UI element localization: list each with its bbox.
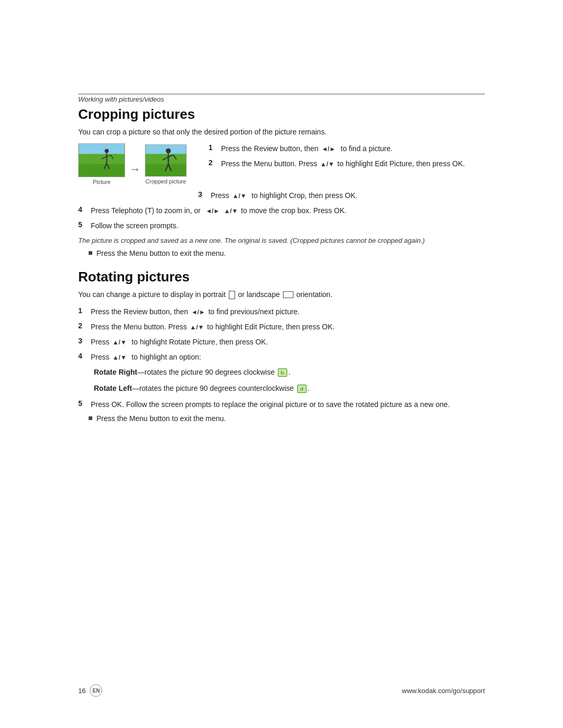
crop-step-5: 5 Follow the screen prompts. xyxy=(78,220,485,231)
rotate-step-num-4: 4 xyxy=(78,352,89,360)
en-badge: EN xyxy=(90,684,102,697)
rotate-intro-text2: or landscape xyxy=(238,290,280,299)
rotate-bullet-icon xyxy=(89,416,92,420)
crop-step-3: 3 Press ▲/▼ to highlight Crop, then pres… xyxy=(198,190,485,201)
nav-icon-ud: ▲/▼ xyxy=(224,206,238,216)
step-num-2: 2 xyxy=(209,158,219,167)
rotate-step-2: 2 Press the Menu button. Press ▲/▼ to hi… xyxy=(78,322,485,332)
rotate-step-num-3: 3 xyxy=(78,337,89,345)
page-content: Working with pictures/videos Cropping pi… xyxy=(78,0,485,466)
cropped-image-block: Cropped picture xyxy=(145,144,187,184)
rotate-intro-text3: orientation. xyxy=(297,290,333,299)
crop-figure: Picture → xyxy=(78,143,485,185)
original-image-label: Picture xyxy=(93,179,111,185)
updown-nav-icon-3: ▲/▼ xyxy=(232,191,247,201)
rotate-bullet: Press the Menu button to exit the menu. xyxy=(89,414,485,423)
rotate-right-label: Rotate Right xyxy=(94,368,137,376)
leftright-nav-icon: ◄/► xyxy=(322,144,336,154)
rotate-step-text-2: Press the Menu button. Press ▲/▼ to high… xyxy=(91,322,335,332)
crop-title: Cropping pictures xyxy=(78,106,485,122)
step-text-4: Press Telephoto (T) to zoom in, or ◄/► ▲… xyxy=(91,205,347,216)
rotate-step-text-5: Press OK. Follow the screen prompts to r… xyxy=(91,399,450,410)
section-label: Working with pictures/videos xyxy=(78,95,485,103)
footer: 16 EN www.kodak.com/go/support xyxy=(78,684,485,697)
cropped-image-label: Cropped picture xyxy=(145,178,186,184)
crop-bullet: Press the Menu button to exit the menu. xyxy=(89,249,485,257)
step-num-3: 3 xyxy=(198,190,209,199)
portrait-icon xyxy=(229,291,235,299)
updown-nav-icon-2: ▲/▼ xyxy=(320,159,334,169)
rotate-step-text-1: Press the Review button, then ◄/► to fin… xyxy=(91,306,300,317)
svg-rect-12 xyxy=(145,145,186,154)
step-num-5: 5 xyxy=(78,220,89,229)
crop-step-2: 2 Press the Menu button. Press ▲/▼ to hi… xyxy=(209,158,485,169)
nav-icon-lr: ◄/► xyxy=(205,206,219,216)
rotate-left-desc: rotates the picture 90 degrees countercl… xyxy=(139,384,294,392)
rotate-step-5: 5 Press OK. Follow the screen prompts to… xyxy=(78,399,485,410)
rotate-intro-text: You can change a picture to display in p… xyxy=(78,290,226,299)
original-image-block: Picture xyxy=(78,143,125,185)
section-divider xyxy=(78,94,485,94)
step-text-5: Follow the screen prompts. xyxy=(91,220,178,231)
arrow-right-icon: → xyxy=(129,152,141,176)
nav-ud-r2: ▲/▼ xyxy=(190,323,204,332)
rotate-step-1: 1 Press the Review button, then ◄/► to f… xyxy=(78,306,485,317)
crop-step-1: 1 Press the Review button, then ◄/► to f… xyxy=(209,143,485,154)
crop-images: Picture → xyxy=(78,143,198,185)
crop-bullet-text: Press the Menu button to exit the menu. xyxy=(96,249,226,257)
bullet-icon xyxy=(89,251,92,255)
rotate-left-text: Rotate Left—rotates the picture 90 degre… xyxy=(94,384,309,392)
footer-url: www.kodak.com/go/support xyxy=(402,687,485,695)
svg-rect-1 xyxy=(79,164,124,177)
rotate-bullet-text: Press the Menu button to exit the menu. xyxy=(96,414,226,423)
step-text-3: Press ▲/▼ to highlight Crop, then press … xyxy=(211,190,358,201)
step-text-2: Press the Menu button. Press ▲/▼ to high… xyxy=(221,158,465,169)
footer-left: 16 EN xyxy=(78,684,102,697)
rotate-left-dash: — xyxy=(132,384,139,392)
step-text-1: Press the Review button, then ◄/► to fin… xyxy=(221,143,393,154)
rotate-title: Rotating pictures xyxy=(78,269,485,285)
crop-note: The picture is cropped and saved as a ne… xyxy=(78,236,485,246)
nav-lr-1: ◄/► xyxy=(191,307,205,317)
nav-ud-r4: ▲/▼ xyxy=(113,353,127,362)
svg-point-3 xyxy=(105,149,109,153)
rotate-left-block: Rotate Left—rotates the picture 90 degre… xyxy=(94,383,485,394)
svg-rect-2 xyxy=(79,144,124,154)
rotate-right-text: Rotate Right—rotates the picture 90 degr… xyxy=(94,368,290,376)
step-num-4: 4 xyxy=(78,205,89,214)
crop-steps-col: 1 Press the Review button, then ◄/► to f… xyxy=(209,143,485,174)
rotate-right-desc: rotates the picture 90 degrees clockwise xyxy=(144,368,275,376)
rotate-left-icon: ↺ xyxy=(297,385,307,393)
rotate-step-4: 4 Press ▲/▼ to highlight an option: xyxy=(78,352,485,363)
crop-step-4: 4 Press Telephoto (T) to zoom in, or ◄/►… xyxy=(78,205,485,216)
original-image xyxy=(78,143,125,177)
crop-intro: You can crop a picture so that only the … xyxy=(78,128,485,136)
rotate-right-dash: — xyxy=(137,368,144,376)
page-number: 16 xyxy=(78,687,85,695)
nav-ud-r3: ▲/▼ xyxy=(113,338,127,347)
rotate-intro: You can change a picture to display in p… xyxy=(78,290,485,299)
rotate-step-text-3: Press ▲/▼ to highlight Rotate Picture, t… xyxy=(91,337,268,348)
rotate-step-text-4: Press ▲/▼ to highlight an option: xyxy=(91,352,201,363)
rotate-left-label: Rotate Left xyxy=(94,384,132,392)
landscape-icon xyxy=(283,291,293,298)
rotate-step-num-5: 5 xyxy=(78,399,89,408)
rotate-step-3: 3 Press ▲/▼ to highlight Rotate Picture,… xyxy=(78,337,485,348)
rotate-step-num-1: 1 xyxy=(78,306,89,315)
rotate-right-icon: ↻ xyxy=(278,368,287,377)
rotate-step-num-2: 2 xyxy=(78,322,89,330)
svg-point-13 xyxy=(166,148,171,153)
cropped-image xyxy=(145,144,187,177)
rotate-right-block: Rotate Right—rotates the picture 90 degr… xyxy=(94,367,485,378)
step-num-1: 1 xyxy=(209,143,219,152)
